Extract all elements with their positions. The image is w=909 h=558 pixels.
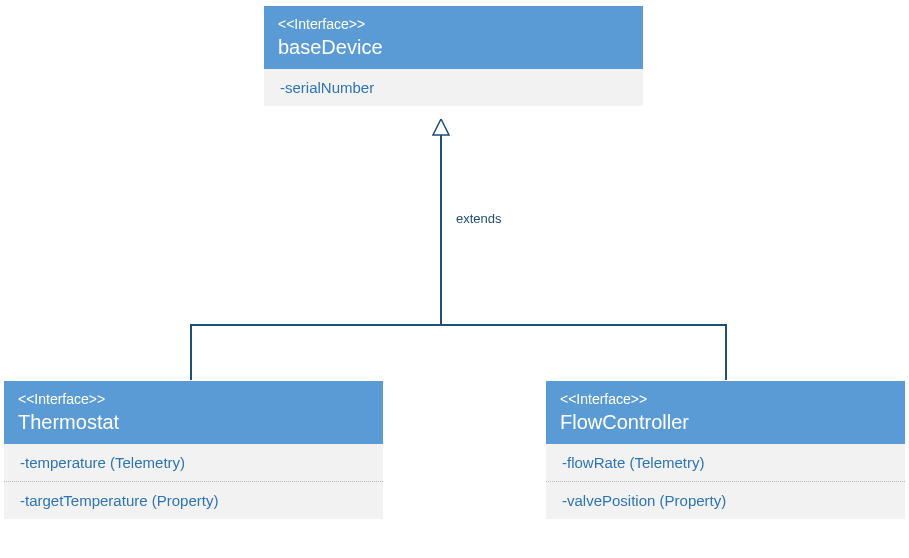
class-name: Thermostat (18, 411, 369, 434)
stereotype: <<Interface>> (278, 16, 629, 32)
attributes: -flowRate (Telemetry) -valvePosition (Pr… (546, 444, 905, 519)
connector-line (725, 324, 727, 380)
connector-line (190, 324, 726, 326)
class-thermostat: <<Interface>> Thermostat -temperature (T… (3, 380, 384, 520)
stereotype: <<Interface>> (560, 391, 891, 407)
connector-line (190, 324, 192, 380)
attribute: -temperature (Telemetry) (4, 444, 383, 482)
attribute: -valvePosition (Property) (546, 482, 905, 519)
connector-line (440, 135, 442, 325)
class-name: baseDevice (278, 36, 629, 59)
class-header: <<Interface>> baseDevice (264, 6, 643, 69)
stereotype: <<Interface>> (18, 391, 369, 407)
attributes: -serialNumber (264, 69, 643, 106)
class-header: <<Interface>> Thermostat (4, 381, 383, 444)
relation-label: extends (456, 211, 502, 226)
svg-marker-0 (433, 119, 449, 135)
class-base-device: <<Interface>> baseDevice -serialNumber (263, 5, 644, 107)
generalization-arrowhead-icon (432, 119, 450, 137)
attribute: -targetTemperature (Property) (4, 482, 383, 519)
class-name: FlowController (560, 411, 891, 434)
attribute: -serialNumber (264, 69, 643, 106)
class-flow-controller: <<Interface>> FlowController -flowRate (… (545, 380, 906, 520)
attribute: -flowRate (Telemetry) (546, 444, 905, 482)
class-header: <<Interface>> FlowController (546, 381, 905, 444)
attributes: -temperature (Telemetry) -targetTemperat… (4, 444, 383, 519)
